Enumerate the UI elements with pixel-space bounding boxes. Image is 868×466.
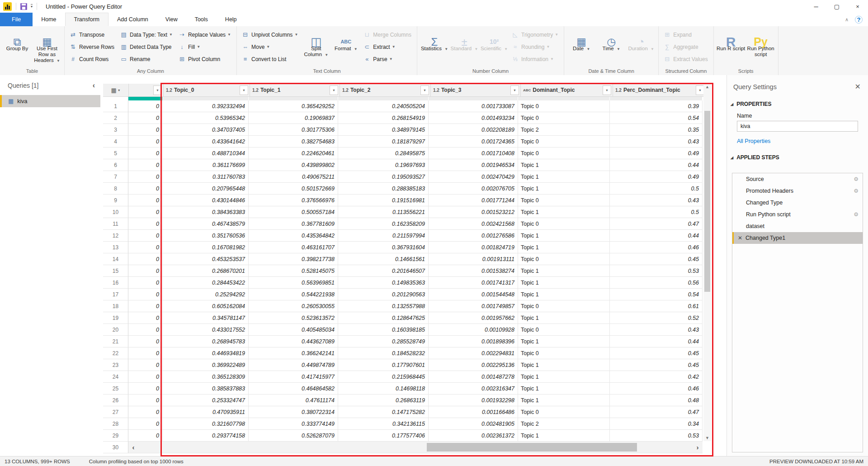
cell[interactable]: Topic 0: [518, 218, 610, 230]
column-header-topic-0[interactable]: 1.2Topic_0▼: [164, 84, 250, 97]
tab-home[interactable]: Home: [33, 13, 65, 26]
cell[interactable]: 0.240505204: [338, 100, 429, 112]
cell[interactable]: 0.45: [610, 253, 703, 265]
horizontal-scroll-track[interactable]: [138, 442, 693, 453]
row-number[interactable]: 16: [103, 277, 128, 289]
cell[interactable]: 0.42: [610, 371, 703, 383]
cell[interactable]: 0.501572669: [249, 183, 338, 195]
cell[interactable]: 0.464864582: [249, 383, 338, 395]
move-button[interactable]: ⇔Move▼: [239, 41, 301, 53]
cell[interactable]: Topic 1: [518, 359, 610, 371]
cell[interactable]: 0.181879297: [338, 136, 429, 147]
cell[interactable]: Topic 0: [518, 300, 610, 312]
cell[interactable]: 0.45: [610, 347, 703, 359]
cell[interactable]: 0.433017552: [163, 324, 249, 336]
cell[interactable]: 0.53965342: [163, 112, 249, 124]
cell[interactable]: 0.398217738: [249, 253, 338, 265]
cell[interactable]: 0.44: [610, 336, 703, 347]
cell[interactable]: Topic 1: [518, 159, 610, 171]
cell[interactable]: 0.149835363: [338, 277, 429, 289]
tab-help[interactable]: Help: [217, 13, 245, 26]
pivot-column-button[interactable]: ⊞Pivot Column: [176, 53, 234, 65]
use-first-row-as-headers-button[interactable]: ▦Use First Row as Headers ▼: [32, 28, 62, 65]
cell[interactable]: 0.34: [610, 418, 703, 430]
cell[interactable]: 0.43: [610, 324, 703, 336]
save-icon[interactable]: [20, 3, 27, 10]
cell[interactable]: 0.128647625: [338, 312, 429, 324]
cell[interactable]: Topic 1: [518, 265, 610, 277]
cell[interactable]: 0.44: [610, 159, 703, 171]
cell[interactable]: 0: [128, 289, 163, 300]
cell[interactable]: Topic 1: [518, 395, 610, 406]
cell[interactable]: 0.001957662: [429, 312, 518, 324]
cell[interactable]: 0.001749857: [429, 300, 518, 312]
column-header-topic-3[interactable]: 1.2Topic_3▼: [431, 84, 521, 97]
detect-data-type-button[interactable]: ▥Detect Data Type: [118, 41, 176, 53]
tab-view[interactable]: View: [157, 13, 186, 26]
cell[interactable]: 0: [128, 206, 163, 218]
cell[interactable]: Topic 0: [518, 406, 610, 418]
applied-step-changed-type[interactable]: Changed Type: [732, 197, 863, 209]
cell[interactable]: 0.184528232: [338, 347, 429, 359]
cell[interactable]: 0.453253537: [163, 253, 249, 265]
cell[interactable]: 0: [128, 324, 163, 336]
row-number[interactable]: 2: [103, 112, 128, 124]
cell[interactable]: 0.47: [610, 218, 703, 230]
cell[interactable]: 0: [128, 136, 163, 147]
row-number[interactable]: 9: [103, 195, 128, 206]
cell[interactable]: Topic 1: [518, 183, 610, 195]
row-number[interactable]: 25: [103, 383, 128, 395]
cell[interactable]: 0.293774158: [163, 430, 249, 442]
cell[interactable]: 0: [128, 112, 163, 124]
select-all-header-cell[interactable]: ▦▼: [103, 84, 129, 97]
status-profiling-info[interactable]: Column profiling based on top 1000 rows: [89, 459, 184, 464]
cell[interactable]: 0.001276586: [429, 230, 518, 242]
cell[interactable]: 0: [128, 100, 163, 112]
cell[interactable]: 0.285528749: [338, 336, 429, 347]
format-button[interactable]: ABCFormat ▼: [331, 28, 361, 53]
row-number[interactable]: 28: [103, 418, 128, 430]
row-number[interactable]: 13: [103, 242, 128, 253]
cell[interactable]: 0.53: [610, 265, 703, 277]
cell[interactable]: Topic 1: [518, 289, 610, 300]
column-header-blank[interactable]: ▼: [129, 84, 164, 97]
tab-file[interactable]: File: [0, 13, 33, 26]
cell[interactable]: 0.002294831: [429, 347, 518, 359]
cell[interactable]: 0.53: [610, 430, 703, 442]
transpose-button[interactable]: ⇄Transpose: [67, 29, 118, 41]
scroll-up-icon[interactable]: ▲: [703, 85, 711, 89]
cell[interactable]: 0.61: [610, 300, 703, 312]
run-python-script-button[interactable]: PyRun Python script: [746, 28, 776, 58]
cell[interactable]: 0: [128, 312, 163, 324]
cell[interactable]: Topic 0: [518, 112, 610, 124]
applied-steps-section-header[interactable]: ◢ APPLIED STEPS: [731, 154, 868, 161]
cell[interactable]: 0.162358209: [338, 218, 429, 230]
cell[interactable]: 0.001741317: [429, 277, 518, 289]
cell[interactable]: 0.56: [610, 277, 703, 289]
row-number[interactable]: 19: [103, 312, 128, 324]
cell[interactable]: 0.39: [610, 100, 703, 112]
cell[interactable]: 0.113556221: [338, 206, 429, 218]
cell[interactable]: 0.365128309: [163, 371, 249, 383]
cell[interactable]: 0.001898396: [429, 336, 518, 347]
cell[interactable]: Topic 0: [518, 253, 610, 265]
cell[interactable]: 0.001523212: [429, 206, 518, 218]
row-number[interactable]: 12: [103, 230, 128, 242]
cell[interactable]: 0.001544548: [429, 289, 518, 300]
cell[interactable]: 0.28495875: [338, 147, 429, 159]
cell[interactable]: 0.54: [610, 112, 703, 124]
row-number[interactable]: 22: [103, 347, 128, 359]
filter-dropdown-icon[interactable]: ▼: [603, 86, 611, 95]
cell[interactable]: 0: [128, 347, 163, 359]
row-number[interactable]: 20: [103, 324, 128, 336]
scroll-right-icon[interactable]: ›: [693, 443, 703, 451]
cell[interactable]: 0.001733087: [429, 100, 518, 112]
cell[interactable]: 0.001538274: [429, 265, 518, 277]
row-number[interactable]: 24: [103, 371, 128, 383]
cell[interactable]: 0.384363383: [163, 206, 249, 218]
cell[interactable]: 0.544221938: [249, 289, 338, 300]
cell[interactable]: 0.288385183: [338, 183, 429, 195]
cell[interactable]: 0: [128, 230, 163, 242]
row-number[interactable]: 3: [103, 124, 128, 136]
horizontal-scroll-thumb[interactable]: [427, 443, 637, 452]
